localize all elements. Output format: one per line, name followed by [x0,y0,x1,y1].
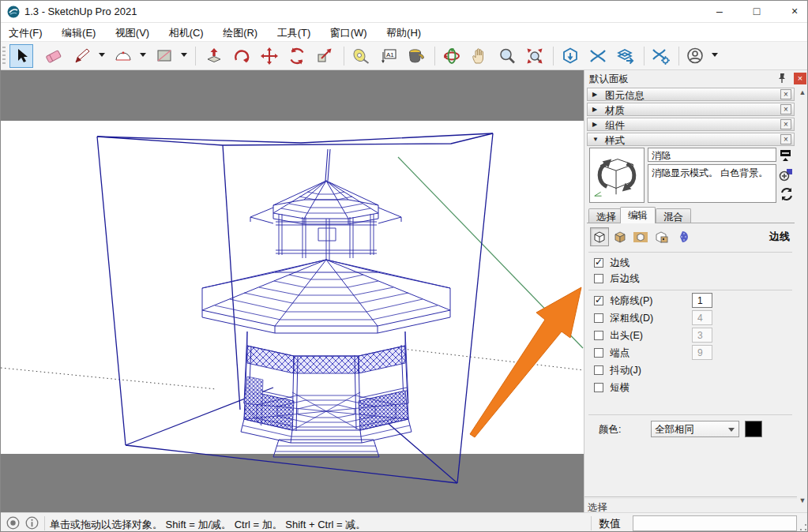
profiles-checkbox[interactable] [594,296,603,305]
menu-edit[interactable]: 编辑(E) [54,23,103,43]
endpoints-checkbox[interactable] [594,348,603,358]
scale-icon [315,47,334,66]
scroll-up-icon[interactable]: ▲ [798,88,807,98]
menu-view[interactable]: 视图(V) [107,23,157,43]
menu-file[interactable]: 文件(F) [1,23,51,43]
rectangle-icon [155,47,174,66]
minimize-button[interactable]: – [706,1,733,21]
tab-select[interactable]: 选择 [588,208,624,223]
dashes-checkbox-row[interactable]: 短横 [594,381,629,395]
back-edges-checkbox[interactable] [594,274,603,283]
main-toolbar: A1 [1,42,808,70]
tray-close-button[interactable]: × [794,73,806,84]
section-plane-tool-button[interactable] [558,44,582,68]
scroll-down-icon[interactable]: ▼ [798,496,807,506]
paint-bucket-icon [407,47,426,66]
dashes-checkbox[interactable] [594,383,603,392]
text-tool-button[interactable]: A1 [377,44,400,68]
pin-icon[interactable] [776,73,787,84]
arc-tool-dropdown[interactable] [140,53,146,57]
jitter-checkbox-row[interactable]: 抖动(J) [594,364,641,378]
select-tool-button[interactable] [9,44,33,68]
style-preview-thumbnail[interactable] [589,148,645,203]
geolocation-icon[interactable] [6,516,20,530]
section-entity-info[interactable]: ▶ 图元信息 × [587,88,795,101]
line-tool-button[interactable] [70,44,94,68]
section-close-button[interactable]: × [780,134,791,144]
profiles-value-field[interactable]: 1 [692,293,712,308]
menu-window[interactable]: 窗口(W) [322,23,375,43]
account-button[interactable] [683,44,707,68]
line-options-group [588,290,792,290]
depth-cue-checkbox[interactable] [594,313,603,323]
back-edges-checkbox-row[interactable]: 后边线 [594,272,640,287]
rectangle-tool-dropdown[interactable] [181,53,187,57]
zoom-tool-button[interactable] [495,44,519,68]
sketchup-window: 1.3 - SketchUp Pro 2021 – □ × 文件(F) 编辑(E… [0,0,808,532]
line-tool-dropdown[interactable] [99,53,105,57]
push-pull-tool-button[interactable] [202,44,226,68]
paint-bucket-tool-button[interactable] [404,44,428,68]
profiles-checkbox-row[interactable]: 轮廓线(P) [594,294,653,309]
arc-tool-button[interactable] [111,44,135,68]
maximize-button[interactable]: □ [743,1,770,21]
secondary-pane-toggle-icon[interactable] [779,148,793,163]
style-name-input[interactable]: 消隐 [648,148,776,162]
section-manage-tool-button[interactable] [649,44,673,68]
edit-subpanel-title: 边线 [584,230,790,244]
section-close-button[interactable]: × [780,104,791,114]
update-style-icon[interactable] [780,187,794,201]
eraser-tool-button[interactable] [42,44,66,68]
resize-grip[interactable] [800,524,806,530]
rectangle-tool-button[interactable] [152,44,176,68]
tray-scrollbar[interactable]: ▲ ▼ [797,87,808,508]
move-tool-button[interactable] [257,44,281,68]
menu-tools[interactable]: 工具(T) [269,23,319,43]
toolbar-grip[interactable] [2,47,6,66]
chevron-down-icon [728,428,735,432]
tab-mix[interactable]: 混合 [656,208,691,223]
extension-checkbox-row[interactable]: 出头(E) [594,329,643,343]
section-styles[interactable]: ▼ 样式 × [587,133,795,146]
next-section-peek[interactable]: 选择 [588,501,746,511]
eraser-icon [44,47,63,66]
tray-title: 默认面板 [589,73,629,86]
section-display-tool-button[interactable] [586,44,610,68]
section-components[interactable]: ▶ 组件 × [587,118,795,131]
extension-checkbox[interactable] [594,331,603,340]
status-bar: 单击或拖动以选择对象。 Shift = 加/减。 Ctrl = 加。 Shift… [1,512,808,532]
edge-color-swatch[interactable] [745,421,762,437]
endpoints-checkbox-row[interactable]: 端点 [594,347,629,361]
divider [588,414,792,415]
section-close-button[interactable]: × [780,119,791,129]
menu-help[interactable]: 帮助(H) [378,23,429,43]
section-close-button[interactable]: × [780,89,791,99]
close-button[interactable]: × [781,1,808,21]
menu-draw[interactable]: 绘图(R) [215,23,265,43]
follow-me-tool-button[interactable] [230,44,254,68]
section-display-icon [588,47,607,66]
create-new-style-icon[interactable] [779,168,793,182]
measurements-input[interactable] [633,515,797,531]
zoom-extents-tool-button[interactable] [523,44,547,68]
text-label-icon: A1 [379,47,398,66]
edge-color-dropdown[interactable]: 全部相同 [651,421,739,437]
depth-cue-value-field: 4 [692,310,712,325]
scale-tool-button[interactable] [313,44,336,68]
info-icon[interactable] [25,516,39,530]
rotate-tool-button[interactable] [285,44,309,68]
orbit-tool-button[interactable] [440,44,464,68]
jitter-checkbox[interactable] [594,365,603,375]
collapsed-arrow-icon: ▶ [592,121,597,128]
edges-checkbox[interactable] [594,258,603,268]
pan-tool-button[interactable] [468,44,491,68]
modeling-viewport[interactable] [1,70,584,512]
menu-camera[interactable]: 相机(C) [161,23,212,43]
account-dropdown[interactable] [712,53,718,57]
tab-edit[interactable]: 编辑 [620,207,656,223]
section-materials[interactable]: ▶ 材质 × [587,103,795,116]
tape-measure-tool-button[interactable] [349,44,373,68]
edges-checkbox-row[interactable]: 边线 [594,257,629,271]
section-cuts-tool-button[interactable] [614,44,637,68]
depth-cue-checkbox-row[interactable]: 深粗线(D) [594,312,653,326]
